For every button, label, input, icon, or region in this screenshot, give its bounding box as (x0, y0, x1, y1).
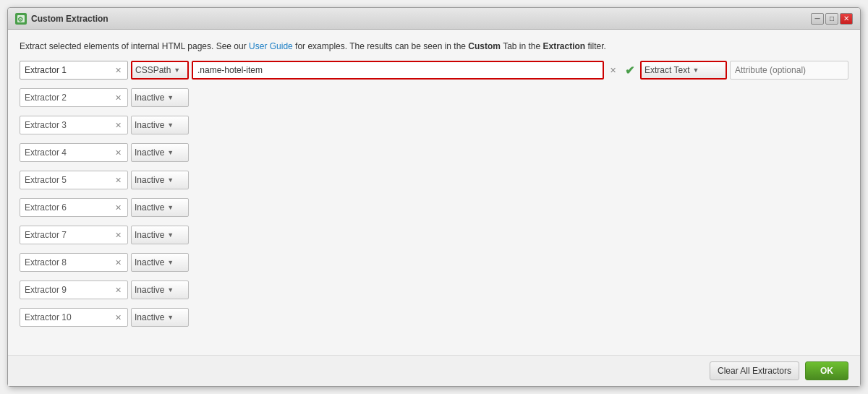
extractor-5-type-label: Inactive (135, 175, 164, 185)
extractor-1-check-icon: ✔ (625, 64, 634, 77)
extractor-3-clear-btn[interactable]: ✕ (114, 121, 123, 130)
maximize-button[interactable]: □ (825, 13, 838, 25)
extractor-5-name: Extractor 5 ✕ (20, 171, 128, 189)
extractor-5-clear-btn[interactable]: ✕ (114, 176, 123, 185)
extractor-8-clear-btn[interactable]: ✕ (114, 258, 123, 267)
title-bar-left: ⚙ Custom Extraction (15, 13, 109, 25)
extractor-1-extract-type-select[interactable]: Extract Text ▼ (640, 61, 727, 80)
extractor-8-label: Extractor 8 (25, 257, 67, 267)
extractor-4-dropdown-arrow: ▼ (167, 149, 174, 156)
extractor-4-type-label: Inactive (135, 147, 164, 158)
extractor-9-type-label: Inactive (135, 285, 164, 295)
extractor-3-name: Extractor 3 ✕ (20, 116, 128, 134)
extractor-5-type-select[interactable]: Inactive ▼ (131, 171, 189, 189)
extractor-3-dropdown-arrow: ▼ (167, 121, 174, 129)
extractor-3-label: Extractor 3 (25, 120, 67, 130)
svg-text:⚙: ⚙ (17, 16, 23, 23)
extractor-1-name: Extractor 1 ✕ (20, 61, 128, 80)
extractor-10-name: Extractor 10 ✕ (20, 308, 128, 327)
extractor-4-name: Extractor 4 ✕ (20, 143, 128, 162)
extractor-row-10: Extractor 10 ✕ Inactive ▼ (20, 307, 848, 327)
custom-extraction-window: ⚙ Custom Extraction ─ □ ✕ Extract select… (7, 7, 861, 387)
extractor-7-type-select[interactable]: Inactive ▼ (131, 226, 189, 244)
user-guide-link[interactable]: User Guide (249, 41, 293, 51)
extractor-1-extract-type-arrow: ▼ (692, 67, 699, 74)
extractor-9-name: Extractor 9 ✕ (20, 280, 128, 299)
extractor-1-type-select[interactable]: CSSPath ▼ (131, 61, 189, 80)
extractor-row-8: Extractor 8 ✕ Inactive ▼ (20, 252, 848, 273)
extractor-10-label: Extractor 10 (25, 312, 72, 322)
extractor-2-type-label: Inactive (135, 93, 164, 103)
main-content: Extract selected elements of internal HT… (8, 30, 860, 355)
title-bar: ⚙ Custom Extraction ─ □ ✕ (8, 8, 860, 30)
extractor-4-clear-btn[interactable]: ✕ (114, 148, 123, 158)
extractor-10-clear-btn[interactable]: ✕ (114, 313, 123, 322)
extractor-6-label: Extractor 6 (25, 202, 67, 213)
extractor-9-label: Extractor 9 (25, 285, 67, 295)
extractor-2-label: Extractor 2 (25, 93, 67, 103)
extractor-row-9: Extractor 9 ✕ Inactive ▼ (20, 280, 848, 300)
close-button[interactable]: ✕ (840, 13, 853, 25)
extractor-4-label: Extractor 4 (25, 147, 67, 158)
extractor-9-type-select[interactable]: Inactive ▼ (131, 280, 189, 299)
extractor-1-type-label: CSSPath (135, 65, 171, 75)
extractor-6-type-label: Inactive (135, 202, 164, 213)
window-controls: ─ □ ✕ (811, 13, 853, 25)
extractor-6-type-select[interactable]: Inactive ▼ (131, 198, 189, 217)
extractor-2-dropdown-arrow: ▼ (167, 94, 174, 101)
extractor-1-attribute-input[interactable] (730, 61, 848, 80)
extractor-3-type-label: Inactive (135, 120, 164, 130)
extractor-row-6: Extractor 6 ✕ Inactive ▼ (20, 197, 848, 218)
extractor-1-label: Extractor 1 (25, 65, 67, 75)
extractor-9-dropdown-arrow: ▼ (167, 286, 174, 294)
extractor-8-type-label: Inactive (135, 257, 164, 267)
extractor-1-extract-type-label: Extract Text (644, 65, 689, 75)
extractor-10-type-label: Inactive (135, 312, 164, 322)
extractor-row-1: Extractor 1 ✕ CSSPath ▼ ✕ ✔ Extract Text… (20, 60, 848, 80)
footer: Clear All Extractors OK (8, 355, 860, 386)
info-text: Extract selected elements of internal HT… (20, 40, 848, 53)
extractor-3-type-select[interactable]: Inactive ▼ (131, 116, 189, 134)
window-title: Custom Extraction (31, 14, 109, 24)
window-icon: ⚙ (15, 13, 27, 25)
extractor-5-label: Extractor 5 (25, 175, 67, 185)
extractor-6-clear-btn[interactable]: ✕ (114, 203, 123, 213)
extractor-row-4: Extractor 4 ✕ Inactive ▼ (20, 142, 848, 163)
extractor-6-dropdown-arrow: ▼ (167, 204, 174, 211)
extractor-5-dropdown-arrow: ▼ (167, 176, 174, 184)
extractor-8-dropdown-arrow: ▼ (167, 259, 174, 266)
extractor-2-name: Extractor 2 ✕ (20, 88, 128, 107)
extractor-8-name: Extractor 8 ✕ (20, 253, 128, 272)
extractor-1-clear-btn[interactable]: ✕ (114, 66, 123, 75)
info-text-before-link: Extract selected elements of internal HT… (20, 41, 249, 51)
extractor-7-name: Extractor 7 ✕ (20, 226, 128, 244)
extractor-7-type-label: Inactive (135, 230, 164, 240)
extractor-1-dropdown-arrow: ▼ (174, 67, 180, 74)
extractor-7-label: Extractor 7 (25, 230, 67, 240)
clear-all-button[interactable]: Clear All Extractors (710, 361, 799, 380)
info-text-after-link: for examples. The results can be seen in… (295, 41, 606, 51)
extractor-7-clear-btn[interactable]: ✕ (114, 231, 123, 240)
extractor-8-type-select[interactable]: Inactive ▼ (131, 253, 189, 272)
minimize-button[interactable]: ─ (811, 13, 824, 25)
extractor-row-2: Extractor 2 ✕ Inactive ▼ (20, 87, 848, 108)
ok-button[interactable]: OK (805, 361, 848, 380)
extractor-6-name: Extractor 6 ✕ (20, 198, 128, 217)
extractor-row-7: Extractor 7 ✕ Inactive ▼ (20, 225, 848, 245)
extractor-2-type-select[interactable]: Inactive ▼ (131, 88, 189, 107)
extractor-row-5: Extractor 5 ✕ Inactive ▼ (20, 170, 848, 190)
extractor-1-selector-input[interactable] (192, 61, 604, 80)
extractor-1-selector-clear-btn[interactable]: ✕ (607, 66, 619, 75)
extractor-10-dropdown-arrow: ▼ (167, 314, 174, 321)
extractor-9-clear-btn[interactable]: ✕ (114, 286, 123, 295)
extractor-4-type-select[interactable]: Inactive ▼ (131, 143, 189, 162)
extractor-2-clear-btn[interactable]: ✕ (114, 93, 123, 103)
extractor-10-type-select[interactable]: Inactive ▼ (131, 308, 189, 327)
extractor-7-dropdown-arrow: ▼ (167, 231, 174, 239)
extractor-row-3: Extractor 3 ✕ Inactive ▼ (20, 115, 848, 135)
